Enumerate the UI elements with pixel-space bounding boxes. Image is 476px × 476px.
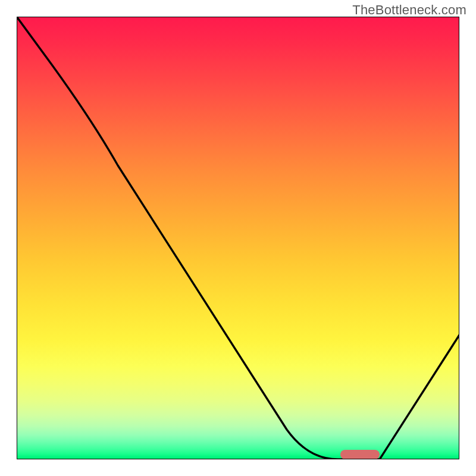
- chart-curve-svg: [17, 17, 459, 459]
- bottleneck-curve-path: [17, 17, 459, 459]
- chart-plot-area: [17, 17, 459, 459]
- optimal-marker: [340, 450, 380, 459]
- watermark-text: TheBottleneck.com: [352, 2, 466, 18]
